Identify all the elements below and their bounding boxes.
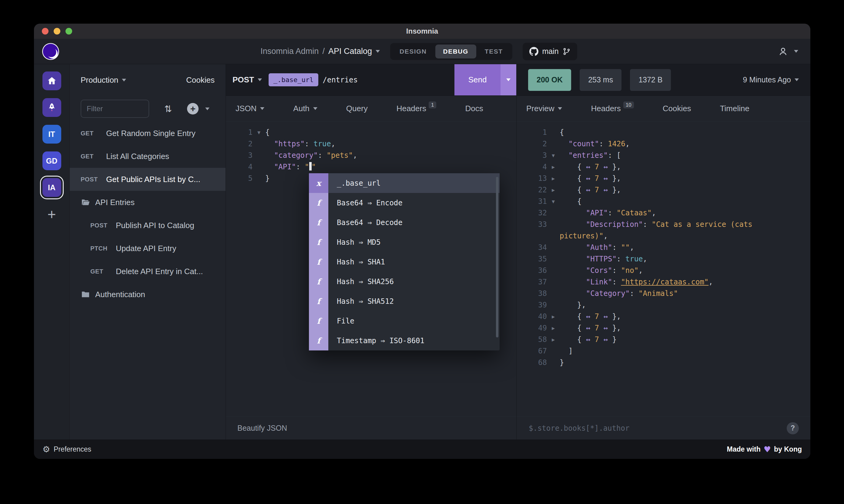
code-text: "entries": [	[559, 150, 621, 161]
rail-item-workspace-gd[interactable]: GD	[42, 151, 61, 170]
autocomplete-item-hash-sha1[interactable]: fHash ⇒ SHA1	[309, 252, 500, 272]
autocomplete-item-base-url[interactable]: x_.base_url	[309, 173, 500, 193]
request-tab-auth[interactable]: Auth	[293, 104, 317, 113]
send-button[interactable]: Send	[454, 64, 500, 95]
create-request-button[interactable]: +	[187, 103, 209, 114]
sidebar-request-publish-api-to-catalog[interactable]: POSTPublish API to Catalog	[70, 214, 226, 237]
fold-closed-icon[interactable]: ▸	[547, 161, 559, 173]
autocomplete-item-hash-sha256[interactable]: fHash ⇒ SHA256	[309, 272, 500, 291]
autocomplete-item-base64-decode[interactable]: fBase64 ⇒ Decode	[309, 213, 500, 232]
autocomplete-item-base64-encode[interactable]: fBase64 ⇒ Encode	[309, 193, 500, 213]
fold-open-icon[interactable]: ▾	[547, 196, 559, 207]
fold-closed-icon[interactable]: ▸	[547, 311, 559, 322]
response-tab-timeline[interactable]: Timeline	[720, 104, 750, 113]
sidebar-request-update-api-entry[interactable]: PTCHUpdate API Entry	[70, 237, 226, 260]
rail-item-workspace-it[interactable]: IT	[42, 125, 61, 144]
sidebar-request-get-random-single-entry[interactable]: GETGet Random Single Entry	[70, 122, 226, 145]
autocomplete-item-timestamp-iso-8601[interactable]: fTimestamp ⇒ ISO-8601	[309, 331, 500, 350]
line-number: 37	[517, 276, 547, 288]
git-branch-button[interactable]: main	[523, 43, 577, 60]
rail-item-workspace-ia[interactable]: IA	[42, 178, 61, 197]
request-tab-query[interactable]: Query	[346, 104, 368, 113]
mode-tab-debug[interactable]: DEBUG	[435, 44, 476, 58]
sort-icon[interactable]: ⇅	[164, 104, 172, 114]
response-filter-input[interactable]	[528, 424, 787, 433]
line-number: 1	[517, 127, 547, 138]
autocomplete-item-hash-md5[interactable]: fHash ⇒ MD5	[309, 232, 500, 252]
user-icon	[778, 47, 788, 56]
mode-tab-test[interactable]: TEST	[477, 44, 511, 58]
code-text: { ↔ 7 ↔ },	[559, 322, 621, 334]
response-age: 9 Minutes Ago	[743, 75, 791, 84]
fold-spacer	[547, 138, 559, 150]
request-body-editor[interactable]: 1▾{2 "https": true,3 "category": "pets",…	[226, 122, 516, 416]
code-line: 35 "HTTPS": true,	[517, 253, 810, 265]
send-options-button[interactable]	[500, 64, 516, 95]
minimize-window-button[interactable]	[54, 28, 60, 35]
status-badge: 200 OK	[528, 69, 571, 91]
breadcrumb-workspace[interactable]: Insomnia Admin	[260, 47, 318, 56]
plus-circle-icon: +	[187, 103, 199, 114]
zoom-window-button[interactable]	[66, 28, 72, 35]
response-tab-cookies[interactable]: Cookies	[663, 104, 691, 113]
response-tab-headers[interactable]: Headers10	[591, 104, 634, 113]
main-content: ITGDIA+ Production Cookies ⇅ + GETGet Ra…	[34, 64, 810, 439]
preferences-button[interactable]: ⚙ Preferences	[42, 444, 91, 454]
code-line: 33 "Description": "Cat as a service (cat…	[517, 219, 810, 230]
code-line: pictures)",	[517, 230, 810, 242]
request-name: Get Random Single Entry	[106, 129, 195, 138]
code-line: 68}	[517, 357, 810, 368]
fold-open-icon[interactable]: ▾	[253, 127, 265, 138]
request-tab-docs[interactable]: Docs	[465, 104, 483, 113]
insomnia-logo-icon[interactable]	[42, 43, 59, 60]
sidebar-request-list-all-categories[interactable]: GETList All Categories	[70, 145, 226, 168]
activity-rail: ITGDIA+	[34, 64, 70, 439]
sidebar: Production Cookies ⇅ + GETGet Random Sin…	[70, 64, 226, 439]
sidebar-request-get-public-apis-list-by-c[interactable]: POSTGet Public APIs List by C...	[70, 168, 226, 191]
fold-closed-icon[interactable]: ▸	[547, 334, 559, 345]
mode-tab-design[interactable]: DESIGN	[392, 44, 435, 58]
rail-item-rocket[interactable]	[42, 98, 61, 117]
rail-item-add-workspace[interactable]: +	[42, 205, 61, 223]
beautify-json-button[interactable]: Beautify JSON	[237, 424, 287, 433]
request-tab-headers[interactable]: Headers1	[397, 104, 436, 113]
sidebar-request-delete-api-entry-in-cat[interactable]: GETDelete API Entry in Cat...	[70, 260, 226, 283]
sidebar-filter-input[interactable]	[81, 100, 149, 118]
breadcrumb-project[interactable]: API Catalog	[328, 47, 372, 56]
autocomplete-item-hash-sha512[interactable]: fHash ⇒ SHA512	[309, 291, 500, 311]
request-tab-json[interactable]: JSON	[236, 104, 264, 113]
rail-item-home[interactable]	[42, 71, 61, 90]
by-kong-text: by Kong	[774, 445, 802, 453]
sidebar-top-row: Production Cookies	[70, 64, 226, 96]
fold-spacer	[547, 219, 559, 230]
fold-closed-icon[interactable]: ▸	[547, 184, 559, 196]
cookies-button[interactable]: Cookies	[186, 75, 214, 85]
response-tab-preview[interactable]: Preview	[526, 104, 562, 113]
autocomplete-scrollbar[interactable]	[496, 177, 498, 337]
breadcrumb[interactable]: Insomnia Admin / API Catalog	[260, 47, 380, 56]
response-body-viewer[interactable]: 1{2 "count": 1426,3▾ "entries": [4▸ { ↔ …	[517, 122, 810, 416]
url-input[interactable]: _.base_url /entries	[269, 73, 454, 86]
fold-open-icon[interactable]: ▾	[547, 150, 559, 161]
request-name: Update API Entry	[116, 244, 176, 253]
code-line: 39 },	[517, 299, 810, 311]
code-text: "Auth": "",	[559, 242, 634, 253]
fold-closed-icon[interactable]: ▸	[547, 322, 559, 334]
sidebar-folder-api-entries[interactable]: API Entries	[70, 191, 226, 214]
sidebar-folder-authentication[interactable]: Authentication	[70, 283, 226, 306]
folder-name: Authentication	[95, 290, 145, 299]
response-code: 1{2 "count": 1426,3▾ "entries": [4▸ { ↔ …	[517, 127, 810, 368]
request-pane: POST _.base_url /entries Send JSONAuthQu…	[226, 64, 517, 439]
environment-selector[interactable]: Production	[81, 75, 126, 85]
base-url-tag[interactable]: _.base_url	[269, 73, 318, 86]
response-history-dropdown[interactable]: 9 Minutes Ago	[743, 75, 799, 84]
autocomplete-item-file[interactable]: fFile	[309, 311, 500, 331]
fold-closed-icon[interactable]: ▸	[547, 173, 559, 184]
line-number: 13	[517, 173, 547, 184]
account-menu-button[interactable]	[778, 47, 798, 56]
help-icon[interactable]: ?	[787, 422, 799, 434]
close-window-button[interactable]	[42, 28, 49, 35]
method-selector[interactable]: POST	[226, 75, 269, 85]
line-number: 67	[517, 345, 547, 357]
fold-spacer	[547, 345, 559, 357]
